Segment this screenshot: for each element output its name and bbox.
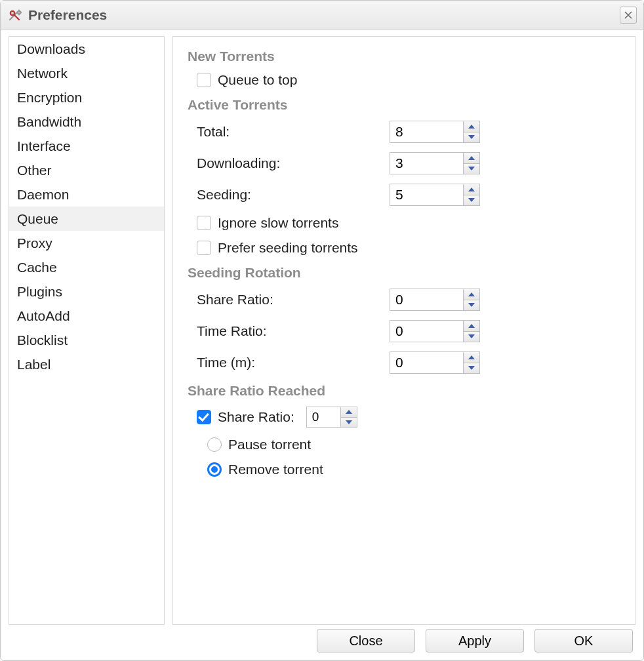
dialog-buttons: Close Apply OK (317, 629, 633, 652)
spinner-seeding (390, 184, 480, 206)
sidebar-item-network[interactable]: Network (9, 61, 164, 85)
close-window-button[interactable] (620, 7, 637, 24)
section-share-ratio-reached: Share Ratio Reached (188, 383, 620, 399)
radio-pause-torrent[interactable] (207, 437, 222, 452)
sidebar-item-bandwidth[interactable]: Bandwidth (9, 110, 164, 134)
sidebar-item-encryption[interactable]: Encryption (9, 85, 164, 110)
titlebar: Preferences (1, 1, 643, 30)
input-total[interactable] (390, 121, 463, 143)
row-total: Total: (188, 121, 620, 143)
row-prefer-seeding: Prefer seeding torrents (188, 240, 620, 256)
label-prefer-seeding[interactable]: Prefer seeding torrents (218, 240, 358, 256)
sidebar-item-other[interactable]: Other (9, 158, 164, 182)
label-downloading: Downloading: (197, 155, 390, 171)
sidebar-item-label[interactable]: Label (9, 352, 164, 376)
sidebar-item-plugins[interactable]: Plugins (9, 279, 164, 304)
spinner-downloading (390, 152, 480, 174)
preferences-icon (6, 7, 23, 24)
label-queue-to-top[interactable]: Queue to top (218, 72, 297, 88)
sidebar-item-interface[interactable]: Interface (9, 134, 164, 158)
radio-remove-torrent[interactable] (207, 462, 222, 477)
spinner-down-icon[interactable] (464, 132, 479, 143)
spinner-down-icon[interactable] (464, 195, 479, 206)
row-rot-share-ratio: Share Ratio: (188, 289, 620, 311)
ok-button[interactable]: OK (534, 629, 633, 652)
row-action-remove: Remove torrent (188, 462, 620, 477)
row-action-pause: Pause torrent (188, 437, 620, 452)
row-time-ratio: Time Ratio: (188, 320, 620, 342)
input-downloading[interactable] (390, 152, 463, 174)
label-share-ratio-reached[interactable]: Share Ratio: (218, 409, 294, 425)
spinner-down-icon[interactable] (464, 164, 479, 174)
section-seeding-rotation: Seeding Rotation (188, 265, 620, 281)
spinner-up-icon[interactable] (464, 121, 479, 132)
spinner-up-icon[interactable] (464, 289, 479, 300)
close-icon (624, 11, 632, 19)
section-active-torrents: Active Torrents (188, 97, 620, 113)
spinner-rot-share-ratio (390, 289, 480, 311)
row-time-m: Time (m): (188, 351, 620, 374)
window-title: Preferences (28, 7, 107, 23)
input-share-ratio-reached[interactable] (306, 407, 340, 428)
checkbox-prefer-seeding[interactable] (197, 241, 211, 255)
spinner-down-icon[interactable] (464, 332, 479, 342)
sidebar-item-proxy[interactable]: Proxy (9, 231, 164, 255)
row-srr-enable: Share Ratio: (188, 407, 620, 428)
category-sidebar: DownloadsNetworkEncryptionBandwidthInter… (9, 36, 165, 625)
sidebar-item-blocklist[interactable]: Blocklist (9, 328, 164, 352)
spinner-down-icon[interactable] (464, 363, 479, 374)
spinner-down-icon[interactable] (341, 418, 357, 428)
checkbox-share-ratio-reached[interactable] (197, 410, 211, 424)
input-time-ratio[interactable] (390, 320, 463, 342)
settings-panel: New Torrents Queue to top Active Torrent… (172, 36, 635, 625)
input-seeding[interactable] (390, 184, 463, 206)
label-pause-torrent[interactable]: Pause torrent (228, 437, 311, 452)
sidebar-item-cache[interactable]: Cache (9, 255, 164, 279)
section-new-torrents: New Torrents (188, 49, 620, 64)
spinner-up-icon[interactable] (464, 184, 479, 195)
checkbox-ignore-slow[interactable] (197, 216, 211, 230)
spinner-up-icon[interactable] (464, 321, 479, 332)
sidebar-item-daemon[interactable]: Daemon (9, 182, 164, 207)
spinner-up-icon[interactable] (464, 153, 479, 164)
label-time-m: Time (m): (197, 355, 390, 371)
label-total: Total: (197, 124, 390, 140)
sidebar-item-downloads[interactable]: Downloads (9, 37, 164, 61)
spinner-down-icon[interactable] (464, 300, 479, 311)
label-remove-torrent[interactable]: Remove torrent (228, 462, 323, 477)
svg-point-2 (10, 10, 14, 14)
spinner-up-icon[interactable] (341, 407, 357, 418)
sidebar-item-queue[interactable]: Queue (9, 207, 164, 231)
input-rot-share-ratio[interactable] (390, 289, 463, 311)
label-ignore-slow[interactable]: Ignore slow torrents (218, 215, 338, 231)
spinner-time-ratio (390, 320, 480, 342)
spinner-time-m (390, 351, 480, 374)
row-seeding: Seeding: (188, 184, 620, 206)
row-downloading: Downloading: (188, 152, 620, 174)
spinner-share-ratio-reached (306, 407, 357, 428)
close-button[interactable]: Close (317, 629, 415, 652)
spinner-total (390, 121, 480, 143)
input-time-m[interactable] (390, 351, 463, 374)
row-queue-to-top: Queue to top (188, 72, 620, 88)
label-seeding: Seeding: (197, 187, 390, 203)
row-ignore-slow: Ignore slow torrents (188, 215, 620, 231)
checkbox-queue-to-top[interactable] (197, 73, 211, 87)
label-rot-share-ratio: Share Ratio: (197, 292, 390, 308)
preferences-dialog: Preferences DownloadsNetworkEncryptionBa… (0, 0, 644, 661)
spinner-up-icon[interactable] (464, 352, 479, 363)
label-time-ratio: Time Ratio: (197, 323, 390, 339)
sidebar-item-autoadd[interactable]: AutoAdd (9, 304, 164, 328)
apply-button[interactable]: Apply (426, 629, 524, 652)
